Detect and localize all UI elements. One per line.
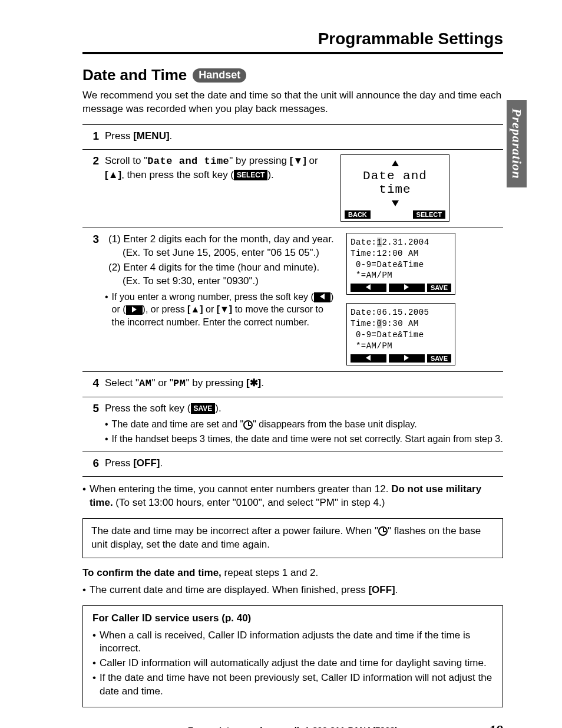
step-number: 6 — [88, 457, 99, 470]
caller-bullet-2: •Caller ID information will automaticall… — [92, 657, 493, 670]
step3-p2: (2) Enter 4 digits for the time (hour an… — [105, 261, 335, 288]
left-softkey — [351, 284, 386, 292]
step-number: 5 — [88, 402, 99, 415]
select-softkey: SELECT — [413, 210, 445, 219]
right-softkey — [389, 354, 425, 363]
down-arrow-icon — [392, 200, 399, 206]
bullet-dot: • — [92, 629, 96, 656]
up-arrow-icon — [392, 160, 399, 166]
notes-section: • When entering the time, you cannot ent… — [82, 483, 503, 707]
menu-option: Date and time — [147, 156, 229, 167]
save-badge: SAVE — [191, 403, 216, 414]
step5-bullet2: • If the handset beeps 3 times, the date… — [105, 433, 503, 446]
step-number: 1 — [88, 130, 99, 143]
star-key: [✱] — [246, 377, 261, 388]
lcd-screen-date-a: Date:12.31.2004 Time:12:00 AM 0-9=Date&T… — [346, 233, 455, 295]
lcd-screen-menu: Date and time BACK SELECT — [340, 154, 449, 222]
clock-icon — [243, 420, 253, 430]
caller-bullet-1: •When a call is received, Caller ID info… — [92, 629, 493, 656]
menu-key: [MENU] — [133, 130, 169, 141]
page-header: Programmable Settings — [82, 29, 503, 54]
up-key: [▲] — [105, 169, 121, 180]
bullet-dot: • — [82, 584, 86, 597]
off-key: [OFF] — [368, 584, 395, 595]
power-failure-note: The date and time may be incorrect after… — [82, 518, 503, 558]
page-number: 19 — [489, 722, 503, 728]
left-arrow-badge — [314, 292, 330, 302]
manual-page: Programmable Settings Preparation Date a… — [0, 0, 562, 728]
left-softkey — [351, 354, 386, 363]
select-softkey-badge: SELECT — [234, 170, 267, 180]
step-body: Press [MENU]. — [105, 130, 503, 143]
bullet-dot: • — [105, 418, 108, 431]
section-title-row: Date and Time Handset — [82, 66, 503, 84]
step5-bullet1: • The date and time are set and "" disap… — [105, 418, 503, 431]
lcd-screen-date-b: Date:06.15.2005 Time:09:30 AM 0-9=Date&T… — [346, 303, 455, 365]
step-1: 1 Press [MENU]. — [82, 125, 503, 150]
caller-bullet-3: •If the date and time have not been prev… — [92, 671, 493, 699]
bullet-dot: • — [82, 483, 86, 510]
step-number: 3 — [88, 233, 99, 246]
handset-badge: Handset — [193, 68, 246, 83]
back-softkey: BACK — [345, 210, 371, 219]
step-body: Scroll to "Date and time" by pressing [▼… — [105, 154, 329, 182]
section-tab: Preparation — [507, 100, 527, 187]
right-arrow-badge — [126, 305, 143, 315]
step-5: 5 Press the soft key (SAVE). • The date … — [82, 397, 503, 452]
step-number: 2 — [88, 154, 99, 167]
down-key: [▼] — [290, 155, 306, 166]
bullet-dot: • — [92, 671, 96, 699]
step-body: (1) Enter 2 digits each for the month, d… — [105, 233, 335, 329]
step-2: 2 Scroll to "Date and time" by pressing … — [82, 150, 503, 228]
lcd-menu-title: Date and time — [345, 168, 445, 199]
up-key: [▲] — [187, 304, 203, 314]
confirm-heading: To confirm the date and time, repeat ste… — [82, 566, 503, 580]
bullet-dot: • — [92, 657, 96, 670]
section-title: Date and Time — [82, 66, 187, 84]
pm-label: PM — [173, 378, 186, 389]
note-military-time: • When entering the time, you cannot ent… — [82, 483, 503, 510]
caller-id-box: For Caller ID service users (p. 40) •Whe… — [82, 605, 503, 708]
down-key: [▼] — [217, 304, 233, 314]
save-softkey: SAVE — [427, 354, 451, 363]
page-footer: For assistance, please call: 1-800-211-P… — [82, 725, 503, 728]
step-6: 6 Press [OFF]. — [82, 452, 503, 477]
step3-p1: (1) Enter 2 digits each for the month, d… — [105, 233, 335, 260]
caller-id-title: For Caller ID service users (p. 40) — [92, 612, 493, 625]
step-3: 3 (1) Enter 2 digits each for the month,… — [82, 228, 503, 372]
save-softkey: SAVE — [427, 284, 451, 292]
section-intro: We recommend you set the date and time s… — [82, 89, 503, 116]
clock-icon — [378, 526, 388, 536]
am-label: AM — [139, 378, 151, 389]
off-key: [OFF] — [133, 457, 160, 469]
confirm-bullet: • The current date and time are displaye… — [82, 584, 503, 597]
right-softkey — [389, 284, 425, 292]
step3-bullet: • If you enter a wrong number, press the… — [105, 291, 335, 329]
step-4: 4 Select "AM" or "PM" by pressing [✱]. — [82, 372, 503, 397]
step-body: Press the soft key (SAVE). • The date an… — [105, 402, 503, 446]
assistance-phone: For assistance, please call: 1-800-211-P… — [188, 725, 398, 728]
bullet-dot: • — [105, 291, 108, 329]
steps-list: 1 Press [MENU]. 2 Scroll to "Date and ti… — [82, 124, 503, 477]
step-number: 4 — [88, 377, 99, 390]
step-body: Press [OFF]. — [105, 457, 503, 470]
step-body: Select "AM" or "PM" by pressing [✱]. — [105, 377, 503, 391]
bullet-dot: • — [105, 433, 108, 446]
